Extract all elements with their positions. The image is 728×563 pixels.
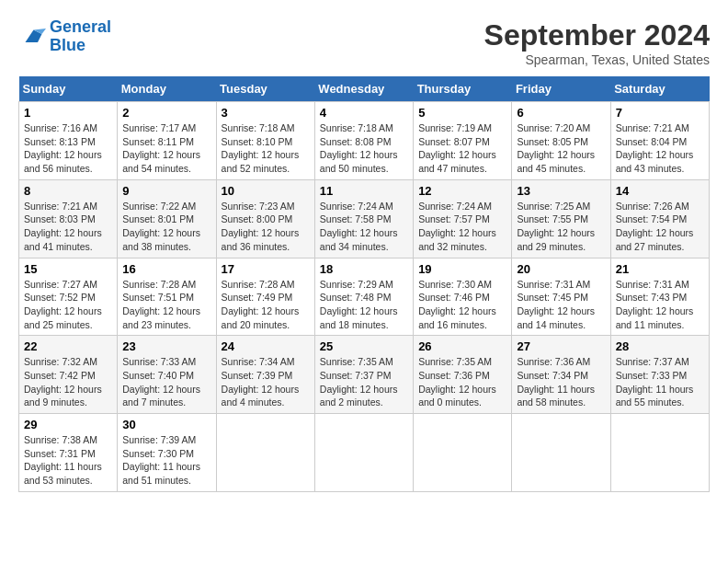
logo-icon	[18, 23, 46, 51]
calendar-cell	[216, 414, 314, 492]
day-info: Sunrise: 7:25 AM Sunset: 7:55 PM Dayligh…	[517, 200, 605, 254]
day-info: Sunrise: 7:18 AM Sunset: 8:10 PM Dayligh…	[222, 121, 310, 176]
day-info: Sunrise: 7:24 AM Sunset: 7:58 PM Dayligh…	[320, 200, 408, 254]
calendar-cell: 29Sunrise: 7:38 AM Sunset: 7:31 PM Dayli…	[19, 414, 118, 492]
calendar-cell: 15Sunrise: 7:27 AM Sunset: 7:52 PM Dayli…	[19, 258, 118, 336]
month-title: September 2024	[484, 18, 710, 52]
day-number: 8	[24, 184, 112, 198]
day-number: 15	[24, 262, 112, 276]
calendar-week-row: 29Sunrise: 7:38 AM Sunset: 7:31 PM Dayli…	[19, 414, 710, 492]
calendar-cell: 14Sunrise: 7:26 AM Sunset: 7:54 PM Dayli…	[610, 179, 709, 258]
day-info: Sunrise: 7:34 AM Sunset: 7:39 PM Dayligh…	[222, 355, 310, 409]
day-number: 1	[24, 106, 112, 120]
calendar-cell: 7Sunrise: 7:21 AM Sunset: 8:04 PM Daylig…	[610, 102, 709, 180]
day-info: Sunrise: 7:29 AM Sunset: 7:48 PM Dayligh…	[320, 278, 408, 332]
day-number: 5	[418, 106, 506, 120]
calendar-week-row: 1Sunrise: 7:16 AM Sunset: 8:13 PM Daylig…	[19, 102, 710, 180]
title-block: September 2024 Spearman, Texas, United S…	[484, 18, 710, 67]
day-info: Sunrise: 7:23 AM Sunset: 8:00 PM Dayligh…	[222, 200, 310, 254]
day-number: 17	[222, 262, 310, 276]
day-info: Sunrise: 7:24 AM Sunset: 7:57 PM Dayligh…	[418, 200, 506, 254]
calendar-table: SundayMondayTuesdayWednesdayThursdayFrid…	[18, 76, 710, 492]
calendar-cell: 24Sunrise: 7:34 AM Sunset: 7:39 PM Dayli…	[216, 336, 314, 414]
day-number: 14	[616, 184, 704, 198]
day-number: 13	[517, 184, 605, 198]
day-info: Sunrise: 7:17 AM Sunset: 8:11 PM Dayligh…	[122, 121, 210, 176]
calendar-cell: 8Sunrise: 7:21 AM Sunset: 8:03 PM Daylig…	[19, 179, 118, 258]
day-number: 26	[418, 339, 506, 353]
day-info: Sunrise: 7:39 AM Sunset: 7:30 PM Dayligh…	[122, 433, 210, 488]
calendar-cell: 5Sunrise: 7:19 AM Sunset: 8:07 PM Daylig…	[414, 102, 512, 180]
day-info: Sunrise: 7:18 AM Sunset: 8:08 PM Dayligh…	[320, 121, 408, 176]
day-info: Sunrise: 7:30 AM Sunset: 7:46 PM Dayligh…	[418, 278, 506, 332]
day-info: Sunrise: 7:36 AM Sunset: 7:34 PM Dayligh…	[517, 355, 605, 409]
day-number: 6	[517, 106, 605, 120]
calendar-cell: 12Sunrise: 7:24 AM Sunset: 7:57 PM Dayli…	[414, 179, 512, 258]
calendar-cell	[314, 414, 413, 492]
calendar-cell: 10Sunrise: 7:23 AM Sunset: 8:00 PM Dayli…	[216, 179, 314, 258]
day-of-week-header: Monday	[118, 76, 216, 102]
day-info: Sunrise: 7:16 AM Sunset: 8:13 PM Dayligh…	[24, 121, 112, 176]
day-number: 25	[320, 339, 408, 353]
day-info: Sunrise: 7:21 AM Sunset: 8:04 PM Dayligh…	[616, 121, 704, 176]
day-number: 7	[616, 106, 704, 120]
calendar-week-row: 8Sunrise: 7:21 AM Sunset: 8:03 PM Daylig…	[19, 179, 710, 258]
day-number: 30	[122, 418, 210, 431]
location: Spearman, Texas, United States	[484, 52, 710, 67]
day-number: 4	[320, 106, 408, 120]
calendar-cell: 18Sunrise: 7:29 AM Sunset: 7:48 PM Dayli…	[314, 258, 413, 336]
calendar-cell: 17Sunrise: 7:28 AM Sunset: 7:49 PM Dayli…	[216, 258, 314, 336]
day-number: 3	[222, 106, 310, 120]
calendar-cell: 20Sunrise: 7:31 AM Sunset: 7:45 PM Dayli…	[512, 258, 610, 336]
day-info: Sunrise: 7:26 AM Sunset: 7:54 PM Dayligh…	[616, 200, 704, 254]
day-info: Sunrise: 7:27 AM Sunset: 7:52 PM Dayligh…	[24, 278, 112, 332]
calendar-cell: 22Sunrise: 7:32 AM Sunset: 7:42 PM Dayli…	[19, 336, 118, 414]
day-of-week-header: Sunday	[19, 76, 118, 102]
day-number: 24	[222, 339, 310, 353]
day-info: Sunrise: 7:20 AM Sunset: 8:05 PM Dayligh…	[517, 121, 605, 176]
calendar-cell: 30Sunrise: 7:39 AM Sunset: 7:30 PM Dayli…	[118, 414, 216, 492]
day-number: 23	[122, 339, 210, 353]
logo: General Blue	[18, 18, 111, 55]
day-number: 18	[320, 262, 408, 276]
day-info: Sunrise: 7:31 AM Sunset: 7:43 PM Dayligh…	[616, 278, 704, 332]
day-info: Sunrise: 7:28 AM Sunset: 7:51 PM Dayligh…	[122, 278, 210, 332]
calendar-cell: 28Sunrise: 7:37 AM Sunset: 7:33 PM Dayli…	[610, 336, 709, 414]
day-of-week-header: Thursday	[414, 76, 512, 102]
day-info: Sunrise: 7:21 AM Sunset: 8:03 PM Dayligh…	[24, 200, 112, 254]
calendar-cell: 11Sunrise: 7:24 AM Sunset: 7:58 PM Dayli…	[314, 179, 413, 258]
calendar-cell: 4Sunrise: 7:18 AM Sunset: 8:08 PM Daylig…	[314, 102, 413, 180]
calendar-cell: 23Sunrise: 7:33 AM Sunset: 7:40 PM Dayli…	[118, 336, 216, 414]
calendar-header-row: SundayMondayTuesdayWednesdayThursdayFrid…	[19, 76, 710, 102]
calendar-cell: 9Sunrise: 7:22 AM Sunset: 8:01 PM Daylig…	[118, 179, 216, 258]
calendar-cell: 6Sunrise: 7:20 AM Sunset: 8:05 PM Daylig…	[512, 102, 610, 180]
day-number: 10	[222, 184, 310, 198]
calendar-cell: 21Sunrise: 7:31 AM Sunset: 7:43 PM Dayli…	[610, 258, 709, 336]
day-number: 2	[122, 106, 210, 120]
calendar-cell: 26Sunrise: 7:35 AM Sunset: 7:36 PM Dayli…	[414, 336, 512, 414]
calendar-cell	[414, 414, 512, 492]
calendar-cell: 2Sunrise: 7:17 AM Sunset: 8:11 PM Daylig…	[118, 102, 216, 180]
calendar-cell: 27Sunrise: 7:36 AM Sunset: 7:34 PM Dayli…	[512, 336, 610, 414]
calendar-cell: 19Sunrise: 7:30 AM Sunset: 7:46 PM Dayli…	[414, 258, 512, 336]
day-info: Sunrise: 7:35 AM Sunset: 7:37 PM Dayligh…	[320, 355, 408, 409]
day-number: 20	[517, 262, 605, 276]
calendar-cell: 3Sunrise: 7:18 AM Sunset: 8:10 PM Daylig…	[216, 102, 314, 180]
day-number: 27	[517, 339, 605, 353]
day-info: Sunrise: 7:32 AM Sunset: 7:42 PM Dayligh…	[24, 355, 112, 409]
logo-text: General Blue	[50, 18, 111, 55]
calendar-cell: 16Sunrise: 7:28 AM Sunset: 7:51 PM Dayli…	[118, 258, 216, 336]
calendar-cell: 1Sunrise: 7:16 AM Sunset: 8:13 PM Daylig…	[19, 102, 118, 180]
day-info: Sunrise: 7:38 AM Sunset: 7:31 PM Dayligh…	[24, 433, 112, 488]
calendar-week-row: 22Sunrise: 7:32 AM Sunset: 7:42 PM Dayli…	[19, 336, 710, 414]
day-number: 19	[418, 262, 506, 276]
day-number: 29	[24, 418, 112, 431]
day-info: Sunrise: 7:19 AM Sunset: 8:07 PM Dayligh…	[418, 121, 506, 176]
day-info: Sunrise: 7:31 AM Sunset: 7:45 PM Dayligh…	[517, 278, 605, 332]
day-info: Sunrise: 7:22 AM Sunset: 8:01 PM Dayligh…	[122, 200, 210, 254]
day-info: Sunrise: 7:33 AM Sunset: 7:40 PM Dayligh…	[122, 355, 210, 409]
calendar-cell	[512, 414, 610, 492]
day-info: Sunrise: 7:35 AM Sunset: 7:36 PM Dayligh…	[418, 355, 506, 409]
day-number: 22	[24, 339, 112, 353]
day-of-week-header: Wednesday	[314, 76, 413, 102]
